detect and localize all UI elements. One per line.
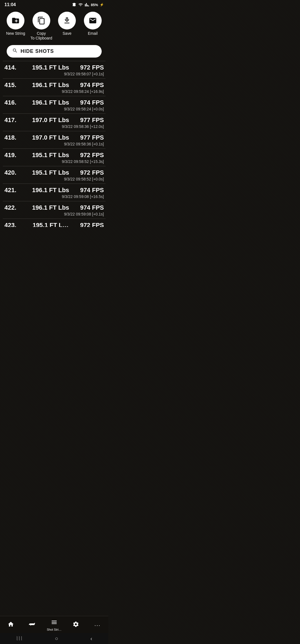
table-row[interactable]: 418. 197.0 FT Lbs 977 FPS 9/3/22 09:58:3… <box>3 131 106 148</box>
hide-shots-label: HIDE SHOTS <box>21 48 54 54</box>
folder-plus-icon <box>11 16 20 25</box>
shot-fps: 972 FPS <box>80 152 104 159</box>
shot-number: 415. <box>4 81 21 89</box>
shot-timestamp: 9/3/22 09:58:24 [+16.9s] <box>4 89 104 95</box>
shot-energy: 195.1 FT Lbs <box>21 64 80 71</box>
copy-icon-circle <box>32 12 50 29</box>
shot-energy: 197.0 FT Lbs <box>21 117 80 124</box>
shot-number: 416. <box>4 99 21 106</box>
shot-energy: 196.1 FT Lbs <box>21 99 80 106</box>
shot-fps: 972 FPS <box>80 64 104 71</box>
email-icon-circle <box>84 12 102 29</box>
signal-icon <box>85 3 89 7</box>
shot-fps: 974 FPS <box>80 81 104 89</box>
new-string-button[interactable]: New String <box>4 12 27 36</box>
shot-energy: 195.1 FT L… <box>21 222 80 227</box>
shot-energy: 196.1 FT Lbs <box>21 204 80 211</box>
table-row[interactable]: 419. 195.1 FT Lbs 972 FPS 9/3/22 09:58:5… <box>3 148 106 166</box>
battery-charging-icon: ⚡ <box>100 3 104 7</box>
table-row[interactable]: 417. 197.0 FT Lbs 977 FPS 9/3/22 09:58:3… <box>3 113 106 131</box>
hide-shots-button[interactable]: HIDE SHOTS <box>7 45 102 58</box>
email-label: Email <box>88 31 98 36</box>
save-icon <box>63 16 71 25</box>
shot-fps: 977 FPS <box>80 117 104 124</box>
shot-number: 423. <box>4 222 21 227</box>
status-icons: 85% ⚡ <box>72 3 104 7</box>
table-row[interactable]: 420. 195.1 FT Lbs 972 FPS 9/3/22 09:58:5… <box>3 166 106 184</box>
shot-energy: 195.1 FT Lbs <box>21 169 80 176</box>
copy-clipboard-label: Copy To Clipboard <box>30 31 52 41</box>
table-row[interactable]: 414. 195.1 FT Lbs 972 FPS 9/3/22 09:58:0… <box>3 61 106 78</box>
status-time: 11:04 <box>4 2 16 7</box>
shot-number: 418. <box>4 134 21 141</box>
email-button[interactable]: Email <box>82 12 104 36</box>
shot-number: 414. <box>4 64 21 71</box>
shot-timestamp: 9/3/22 09:58:52 [+0.0s] <box>4 176 104 182</box>
shot-fps: 974 FPS <box>80 204 104 211</box>
shot-fps: 972 FPS <box>80 169 104 176</box>
shot-fps: 977 FPS <box>80 134 104 141</box>
shot-energy: 196.1 FT Lbs <box>21 81 80 89</box>
search-icon <box>12 48 18 55</box>
battery-text: 85% <box>91 3 98 7</box>
table-row[interactable]: 421. 196.1 FT Lbs 974 FPS 9/3/22 09:59:0… <box>3 184 106 201</box>
shot-energy: 196.1 FT Lbs <box>21 187 80 194</box>
shot-list: 414. 195.1 FT Lbs 972 FPS 9/3/22 09:58:0… <box>0 61 108 227</box>
search-bar-wrap: HIDE SHOTS <box>0 43 108 61</box>
save-label: Save <box>62 31 71 36</box>
shot-number: 419. <box>4 152 21 159</box>
shot-timestamp: 9/3/22 09:58:52 [+15.3s] <box>4 159 104 165</box>
save-icon-circle <box>58 12 76 29</box>
shot-fps: 974 FPS <box>80 99 104 106</box>
status-bar: 11:04 85% ⚡ <box>0 0 108 8</box>
shot-energy: 197.0 FT Lbs <box>21 134 80 141</box>
copy-icon <box>37 16 46 25</box>
table-row[interactable]: 416. 196.1 FT Lbs 974 FPS 9/3/22 09:58:2… <box>3 96 106 113</box>
table-row[interactable]: 422. 196.1 FT Lbs 974 FPS 9/3/22 09:59:0… <box>3 201 106 219</box>
shot-energy: 195.1 FT Lbs <box>21 152 80 159</box>
action-buttons-row: New String Copy To Clipboard Save <box>0 8 108 43</box>
shot-timestamp: 9/3/22 09:59:08 [+16.5s] <box>4 194 104 200</box>
shot-timestamp: 9/3/22 09:58:36 [+12.0s] <box>4 124 104 130</box>
new-string-label: New String <box>6 31 25 36</box>
shot-number: 421. <box>4 187 21 194</box>
shot-fps: 974 FPS <box>80 187 104 194</box>
email-icon <box>89 16 97 25</box>
shot-number: 422. <box>4 204 21 211</box>
table-row[interactable]: 415. 196.1 FT Lbs 974 FPS 9/3/22 09:58:2… <box>3 78 106 96</box>
shot-number: 417. <box>4 117 21 124</box>
shot-fps: 972 FPS <box>80 222 104 227</box>
shot-timestamp: 9/3/22 09:58:36 [+0.1s] <box>4 141 104 147</box>
table-row-partial: 423. 195.1 FT L… 972 FPS <box>3 219 106 227</box>
shot-timestamp: 9/3/22 09:58:24 [+0.0s] <box>4 106 104 112</box>
copy-clipboard-button[interactable]: Copy To Clipboard <box>30 12 52 41</box>
wifi-icon <box>78 3 83 7</box>
shot-timestamp: 9/3/22 09:59:08 [+0.1s] <box>4 211 104 217</box>
shot-timestamp: 9/3/22 09:58:07 [+0.1s] <box>4 71 104 77</box>
save-button[interactable]: Save <box>56 12 78 36</box>
new-string-icon-circle <box>7 12 24 29</box>
shot-number: 420. <box>4 169 21 176</box>
alarm-icon <box>72 3 76 7</box>
